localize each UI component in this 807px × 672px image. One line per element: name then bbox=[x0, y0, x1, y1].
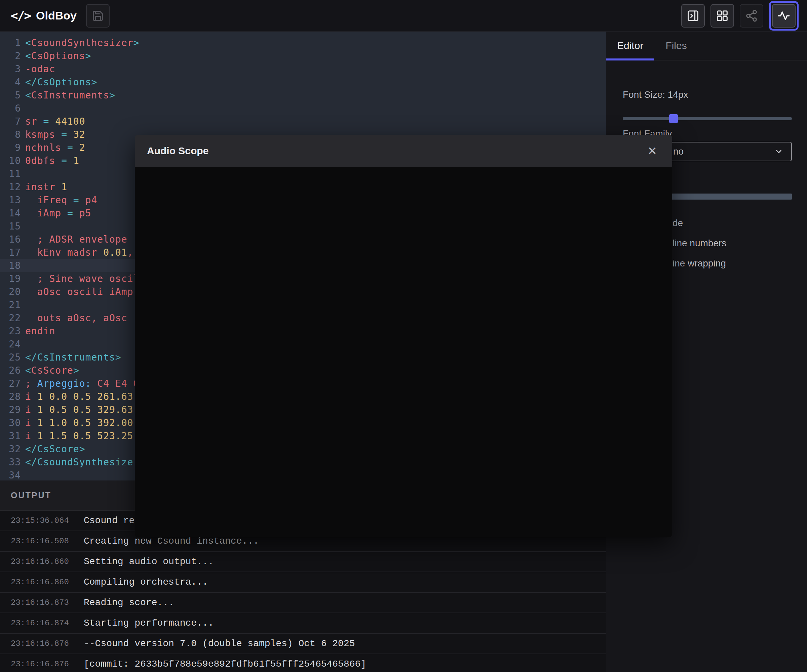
output-log-row: 23:16:16.860Setting audio output... bbox=[0, 552, 606, 572]
share-icon bbox=[745, 9, 758, 22]
code-logo-icon: </> bbox=[11, 9, 31, 23]
code-line[interactable]: 3-odac bbox=[0, 63, 606, 76]
app-title: OldBoy bbox=[36, 9, 77, 22]
line-number: 18 bbox=[0, 259, 21, 272]
code-text: nchnls = 2 bbox=[25, 141, 85, 154]
log-timestamp: 23:16:16.860 bbox=[11, 557, 68, 566]
audio-scope-modal: Audio Scope ✕ bbox=[135, 135, 672, 537]
layout-grid-button[interactable] bbox=[711, 4, 734, 28]
code-text: outs aOsc, aOsc bbox=[25, 311, 128, 324]
log-timestamp: 23:15:36.064 bbox=[11, 516, 68, 525]
save-button[interactable] bbox=[86, 4, 110, 28]
code-line[interactable]: 5<CsInstruments> bbox=[0, 89, 606, 102]
log-timestamp: 23:16:16.873 bbox=[11, 598, 68, 607]
log-message: Starting performance... bbox=[84, 618, 214, 628]
code-text: </CsoundSynthesizer bbox=[25, 455, 139, 469]
log-message: [commit: 2633b5f788e59e892fdfb61f55fff25… bbox=[84, 659, 366, 669]
line-number: 13 bbox=[0, 194, 21, 207]
line-number: 16 bbox=[0, 233, 21, 246]
code-text: iFreq = p4 bbox=[25, 194, 97, 207]
tab-editor[interactable]: Editor bbox=[617, 40, 643, 51]
code-text: instr 1 bbox=[25, 180, 67, 194]
code-text: <CsScore> bbox=[25, 364, 79, 377]
code-line[interactable]: 1<CsoundSynthesizer> bbox=[0, 36, 606, 50]
code-line[interactable]: 4</CsOptions> bbox=[0, 76, 606, 89]
panel-toggle-button[interactable] bbox=[681, 4, 705, 28]
line-number: 12 bbox=[0, 180, 21, 194]
log-message: Reading score... bbox=[84, 598, 174, 608]
line-number: 7 bbox=[0, 115, 21, 128]
audio-scope-button[interactable] bbox=[772, 4, 795, 28]
log-message: --Csound version 7.0 (double samples) Oc… bbox=[84, 638, 355, 649]
code-text: ; Arpeggio: C4 E4 G bbox=[25, 377, 139, 390]
log-timestamp: 23:16:16.874 bbox=[11, 619, 68, 627]
code-text: iAmp = p5 bbox=[25, 207, 91, 220]
line-number: 2 bbox=[0, 50, 21, 63]
code-text: 0dbfs = 1 bbox=[25, 154, 79, 167]
code-text: </CsOptions> bbox=[25, 76, 97, 89]
log-timestamp: 23:16:16.508 bbox=[11, 536, 68, 546]
code-text: sr = 44100 bbox=[25, 115, 85, 128]
output-log-row: 23:16:16.876--Csound version 7.0 (double… bbox=[0, 634, 606, 654]
line-number: 3 bbox=[0, 63, 21, 76]
line-number: 23 bbox=[0, 324, 21, 338]
font-size-label: Font Size: 14px bbox=[623, 89, 792, 100]
code-line[interactable]: 2<CsOptions> bbox=[0, 50, 606, 63]
line-number: 21 bbox=[0, 298, 21, 311]
share-button[interactable] bbox=[740, 4, 763, 28]
line-number: 11 bbox=[0, 167, 21, 180]
code-text: kEnv madsr 0.01, bbox=[25, 246, 133, 259]
code-text: </CsScore> bbox=[25, 442, 85, 455]
code-text: i 1 1.5 0.5 523.25 bbox=[25, 429, 133, 442]
grid-icon bbox=[716, 9, 729, 22]
log-timestamp: 23:16:16.876 bbox=[11, 660, 68, 669]
code-line[interactable]: 6 bbox=[0, 102, 606, 115]
close-icon[interactable]: ✕ bbox=[648, 145, 658, 157]
line-number: 27 bbox=[0, 377, 21, 390]
line-number: 9 bbox=[0, 141, 21, 154]
activity-icon bbox=[777, 9, 790, 22]
line-number: 22 bbox=[0, 311, 21, 324]
log-message: Creating new Csound instance... bbox=[84, 536, 259, 546]
log-timestamp: 23:16:16.876 bbox=[11, 639, 68, 648]
line-number: 14 bbox=[0, 207, 21, 220]
code-text: ; Sine wave oscil bbox=[25, 272, 139, 285]
line-number: 4 bbox=[0, 76, 21, 89]
code-text: i 1 0.0 0.5 261.63 bbox=[25, 390, 133, 403]
toggle-option-label: de bbox=[672, 218, 683, 228]
code-text: i 1 1.0 0.5 392.00 bbox=[25, 416, 133, 429]
tab-files[interactable]: Files bbox=[666, 40, 687, 51]
panel-right-chevron-icon bbox=[687, 9, 699, 22]
log-timestamp: 23:16:16.860 bbox=[11, 578, 68, 587]
font-size-slider-thumb[interactable] bbox=[669, 114, 678, 123]
line-number: 33 bbox=[0, 455, 21, 469]
code-text: ksmps = 32 bbox=[25, 128, 85, 141]
output-log-row: 23:16:16.860Compiling orchestra... bbox=[0, 572, 606, 593]
line-number: 30 bbox=[0, 416, 21, 429]
output-log-row: 23:16:16.876[commit: 2633b5f788e59e892fd… bbox=[0, 654, 606, 672]
code-text: <CsInstruments> bbox=[25, 89, 115, 102]
line-number: 28 bbox=[0, 390, 21, 403]
code-text: </CsInstruments> bbox=[25, 351, 121, 364]
audio-scope-button-ring bbox=[769, 1, 799, 31]
line-number: 29 bbox=[0, 403, 21, 416]
line-number: 10 bbox=[0, 154, 21, 167]
output-title: OUTPUT bbox=[11, 491, 51, 500]
line-number: 8 bbox=[0, 128, 21, 141]
code-text: -odac bbox=[25, 63, 55, 76]
line-number: 20 bbox=[0, 285, 21, 298]
save-icon bbox=[92, 10, 104, 22]
code-text: i 1 0.5 0.5 329.63 bbox=[25, 403, 133, 416]
toggle-option-label: ine wrapping bbox=[672, 258, 726, 269]
line-number: 15 bbox=[0, 220, 21, 233]
log-message: Compiling orchestra... bbox=[84, 577, 208, 588]
topbar-actions bbox=[681, 0, 799, 31]
line-number: 1 bbox=[0, 36, 21, 50]
code-text: aOsc oscili iAmp bbox=[25, 285, 133, 298]
code-line[interactable]: 7sr = 44100 bbox=[0, 115, 606, 128]
modal-title: Audio Scope bbox=[147, 145, 208, 157]
chevron-down-icon bbox=[774, 147, 783, 156]
toggle-option-label: line numbers bbox=[672, 238, 726, 249]
output-log-row: 23:16:16.874Starting performance... bbox=[0, 613, 606, 634]
font-size-slider[interactable] bbox=[623, 117, 792, 120]
